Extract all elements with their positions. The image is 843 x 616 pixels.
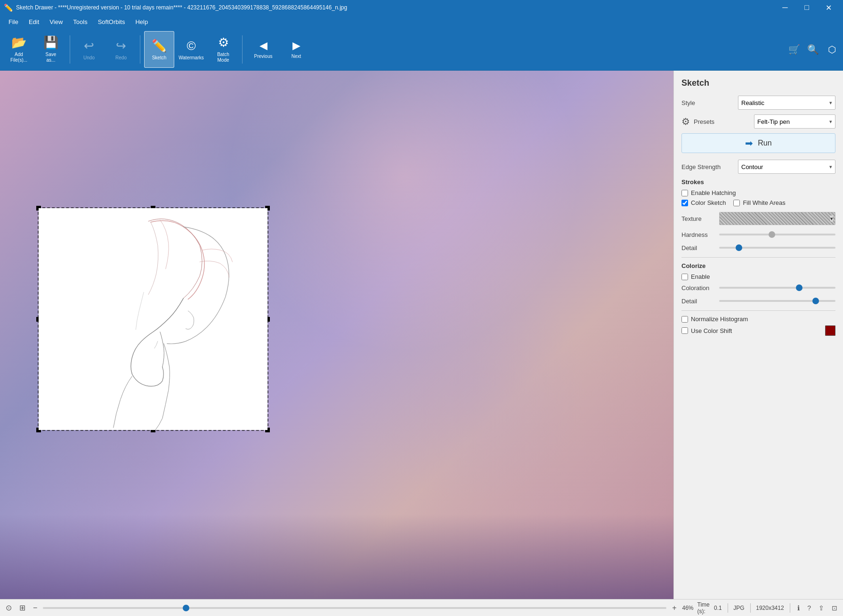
coloration-slider-wrapper bbox=[719, 283, 835, 292]
colorize-enable-label[interactable]: Enable bbox=[691, 273, 710, 280]
zoom-slider[interactable] bbox=[43, 607, 666, 609]
detail-row: Detail bbox=[681, 243, 835, 252]
share-button[interactable]: ⇪ bbox=[817, 603, 826, 613]
watermarks-button[interactable]: © Watermarks bbox=[176, 31, 206, 68]
save-as-button[interactable]: 💾 Saveas... bbox=[36, 31, 66, 68]
style-row: Style Realistic Artistic Comic Pencil bbox=[681, 96, 835, 110]
hardness-slider[interactable] bbox=[719, 234, 835, 235]
fill-white-areas-label[interactable]: Fill White Areas bbox=[743, 199, 785, 206]
colorize-detail-slider-wrapper bbox=[719, 296, 835, 306]
edge-strength-label: Edge Strength bbox=[681, 163, 738, 170]
canvas-plants bbox=[0, 514, 673, 599]
save-as-icon: 💾 bbox=[43, 35, 58, 50]
redo-label: Redo bbox=[115, 55, 127, 60]
run-arrow-icon: ➡ bbox=[745, 138, 753, 149]
cart-button[interactable]: 🛒 bbox=[786, 42, 802, 57]
next-label: Next bbox=[292, 54, 301, 59]
menu-tools[interactable]: Tools bbox=[68, 16, 92, 27]
canvas-image-container[interactable] bbox=[38, 207, 268, 431]
sketch-button[interactable]: ✏️ Sketch bbox=[144, 31, 174, 68]
minimize-button[interactable]: ─ bbox=[774, 0, 796, 15]
colorize-detail-label: Detail bbox=[681, 298, 719, 305]
texture-label: Texture bbox=[681, 215, 719, 222]
divider-1 bbox=[681, 257, 835, 258]
colorize-enable-checkbox[interactable] bbox=[681, 274, 688, 280]
use-color-shift-label[interactable]: Use Color Shift bbox=[691, 327, 732, 334]
settings-button[interactable]: ⊡ bbox=[830, 603, 839, 613]
redo-button[interactable]: ↪ Redo bbox=[106, 31, 136, 68]
normalize-histogram-label[interactable]: Normalize Histogram bbox=[691, 316, 748, 323]
colorize-detail-row: Detail bbox=[681, 296, 835, 306]
style-select-wrapper[interactable]: Realistic Artistic Comic Pencil bbox=[738, 96, 835, 110]
sidebar-title: Sketch bbox=[681, 78, 835, 88]
help-button[interactable]: ? bbox=[805, 603, 813, 613]
zoom-out-button[interactable]: − bbox=[31, 603, 39, 613]
window-title: Sketch Drawer - ****Unregistered version… bbox=[16, 4, 347, 11]
style-select[interactable]: Realistic Artistic Comic Pencil bbox=[738, 96, 835, 109]
colorize-enable-row: Enable bbox=[681, 273, 835, 280]
dimensions-label: 1920x3412 bbox=[756, 605, 784, 611]
coloration-label: Coloration bbox=[681, 284, 719, 292]
info-button[interactable]: ℹ bbox=[795, 603, 802, 613]
normalize-histogram-checkbox[interactable] bbox=[681, 316, 688, 323]
menu-help[interactable]: Help bbox=[130, 16, 153, 27]
hardness-row: Hardness bbox=[681, 230, 835, 239]
zoom-actual-button[interactable]: ⊞ bbox=[17, 602, 27, 613]
time-value: 0.1 bbox=[714, 605, 722, 611]
canvas-area[interactable] bbox=[0, 71, 673, 599]
presets-select-wrapper[interactable]: Felt-Tip pen Pencil Charcoal Ballpoint bbox=[754, 114, 835, 129]
enable-hatching-label[interactable]: Enable Hatching bbox=[691, 189, 736, 196]
batch-mode-button[interactable]: ⚙ BatchMode bbox=[208, 31, 238, 68]
maximize-button[interactable]: □ bbox=[796, 0, 818, 15]
toolbar-sep-2 bbox=[140, 35, 140, 64]
sidebar: Sketch Style Realistic Artistic Comic Pe… bbox=[673, 71, 843, 599]
color-sketch-checkbox[interactable] bbox=[681, 200, 688, 206]
add-files-icon: 📂 bbox=[11, 35, 26, 50]
presets-select[interactable]: Felt-Tip pen Pencil Charcoal Ballpoint bbox=[754, 115, 835, 128]
undo-icon: ↩ bbox=[84, 39, 94, 53]
undo-label: Undo bbox=[83, 55, 95, 60]
fill-white-areas-checkbox[interactable] bbox=[733, 200, 740, 206]
run-button[interactable]: ➡ Run bbox=[681, 133, 835, 153]
strokes-section-header: Strokes bbox=[681, 178, 835, 186]
detail-slider[interactable] bbox=[719, 247, 835, 249]
coloration-slider[interactable] bbox=[719, 287, 835, 289]
menu-file[interactable]: File bbox=[4, 16, 23, 27]
presets-label: Presets bbox=[694, 118, 750, 125]
menu-view[interactable]: View bbox=[45, 16, 67, 27]
color-sketch-label[interactable]: Color Sketch bbox=[691, 199, 726, 206]
sketch-icon: ✏️ bbox=[152, 39, 167, 53]
next-icon: ▶ bbox=[292, 40, 300, 52]
enable-hatching-row: Enable Hatching bbox=[681, 189, 835, 196]
app-icon: ✏️ bbox=[4, 3, 13, 12]
next-button[interactable]: ▶ Next bbox=[282, 31, 310, 68]
close-button[interactable]: ✕ bbox=[818, 0, 839, 15]
texture-row: Texture bbox=[681, 212, 835, 225]
divider-2 bbox=[681, 310, 835, 311]
undo-button[interactable]: ↩ Undo bbox=[74, 31, 104, 68]
zoom-fit-button[interactable]: ⊙ bbox=[4, 602, 14, 613]
menu-softorbits[interactable]: SoftOrbits bbox=[93, 16, 130, 27]
colorize-detail-slider[interactable] bbox=[719, 300, 835, 302]
edge-strength-row: Edge Strength Contour Normal Strong Soft bbox=[681, 160, 835, 174]
toolbar-sep-1 bbox=[70, 35, 70, 64]
detail-label: Detail bbox=[681, 244, 719, 251]
previous-icon: ◀ bbox=[259, 40, 267, 52]
color-sketch-row: Color Sketch Fill White Areas bbox=[681, 199, 835, 209]
enable-hatching-checkbox[interactable] bbox=[681, 190, 688, 196]
zoom-value: 46% bbox=[682, 605, 694, 611]
watermarks-label: Watermarks bbox=[178, 55, 204, 60]
menu-edit[interactable]: Edit bbox=[24, 16, 44, 27]
use-color-shift-checkbox[interactable] bbox=[681, 327, 688, 334]
search-button[interactable]: 🔍 bbox=[805, 42, 820, 57]
edge-strength-select[interactable]: Contour Normal Strong Soft bbox=[738, 160, 835, 173]
previous-button[interactable]: ◀ Previous bbox=[246, 31, 280, 68]
edge-strength-select-wrapper[interactable]: Contour Normal Strong Soft bbox=[738, 160, 835, 174]
texture-preview[interactable] bbox=[719, 212, 835, 225]
batch-mode-icon: ⚙ bbox=[218, 35, 229, 50]
zoom-in-button[interactable]: + bbox=[670, 603, 678, 613]
presets-row: ⚙ Presets Felt-Tip pen Pencil Charcoal B… bbox=[681, 114, 835, 129]
add-files-button[interactable]: 📂 AddFile(s)... bbox=[4, 31, 34, 68]
color-shift-swatch[interactable] bbox=[825, 325, 835, 336]
3d-button[interactable]: ⬡ bbox=[824, 42, 839, 57]
